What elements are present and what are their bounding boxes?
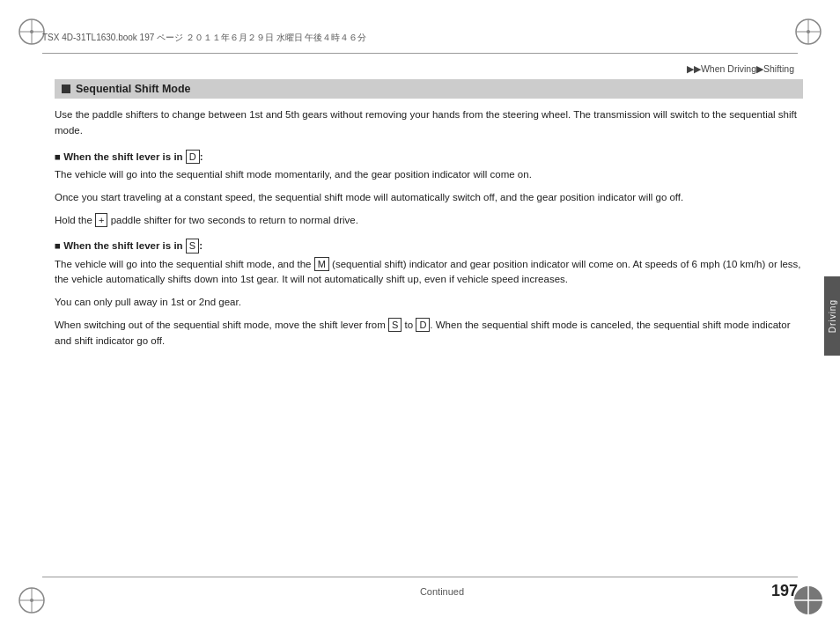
subheading-2: ■ When the shift lever is in S: — [55, 239, 803, 253]
box-d2: D — [416, 318, 430, 332]
section-title: Sequential Shift Mode — [76, 83, 191, 95]
footer-divider — [42, 577, 798, 577]
header-divider — [42, 53, 798, 54]
box-s: S — [186, 239, 199, 253]
header-file-info: TSX 4D-31TL1630.book 197 ページ ２０１１年６月２９日 … — [42, 32, 798, 44]
box-plus: + — [95, 213, 107, 227]
para-1a: The vehicle will go into the sequential … — [55, 167, 803, 183]
box-s2: S — [388, 318, 402, 332]
box-d: D — [186, 150, 200, 164]
section-icon — [62, 85, 70, 93]
intro-paragraph: Use the paddle shifters to change betwee… — [55, 107, 803, 139]
para-2b: You can only pull away in 1st or 2nd gea… — [55, 295, 803, 311]
para-2a: The vehicle will go into the sequential … — [55, 257, 803, 289]
para-1c: Hold the + paddle shifter for two second… — [55, 213, 803, 229]
side-tab-driving: Driving — [824, 276, 840, 356]
section-heading: Sequential Shift Mode — [55, 79, 803, 99]
svg-point-7 — [807, 30, 810, 33]
para-2c: When switching out of the sequential shi… — [55, 318, 803, 349]
continued-text: Continued — [113, 586, 771, 597]
box-m: M — [314, 257, 329, 271]
page-number: 197 — [771, 582, 798, 600]
main-content: Sequential Shift Mode Use the paddle shi… — [55, 79, 803, 570]
footer: Continued 197 — [42, 582, 798, 600]
svg-point-11 — [30, 599, 33, 602]
para-1b: Once you start traveling at a constant s… — [55, 190, 803, 206]
subheading-1: ■ When the shift lever is in D: — [55, 150, 803, 164]
svg-point-3 — [30, 30, 33, 33]
breadcrumb: ▶▶When Driving▶Shifting — [687, 63, 794, 74]
